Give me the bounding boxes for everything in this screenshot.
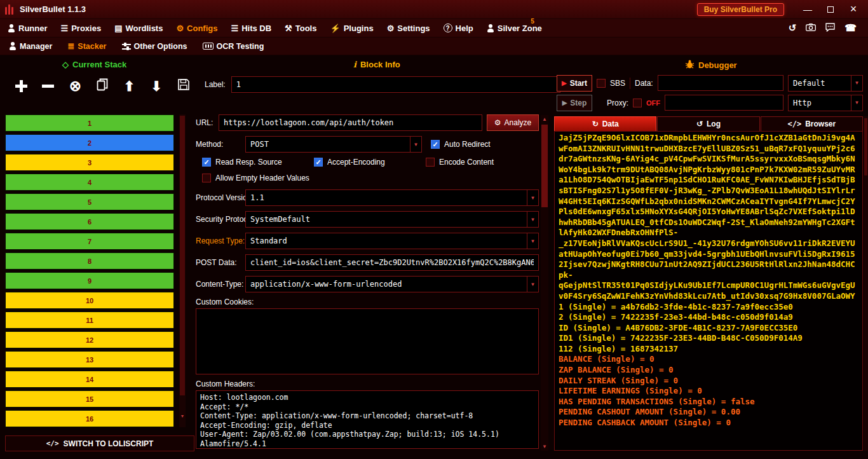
debug-variable-line: ID (Single) = A4B76DB2-3FDE-4B1C-8237-7A… xyxy=(559,323,858,334)
move-up-button[interactable]: ⬆ xyxy=(120,76,139,96)
debug-variable-line: 112 (Single) = 1687342137 xyxy=(559,344,858,355)
minimize-button[interactable]: — xyxy=(798,2,817,17)
help-icon: ? xyxy=(444,24,452,32)
tab-browser[interactable]: </> Browser xyxy=(761,116,863,131)
block-label-input[interactable] xyxy=(231,76,560,93)
menu-item-proxies[interactable]: ☰ Proxies xyxy=(61,24,102,33)
stack-block[interactable]: 5 xyxy=(5,193,174,210)
stack-block[interactable]: 13 xyxy=(5,351,174,368)
screenshot-camera-icon[interactable] xyxy=(806,24,816,33)
scroll-down-icon[interactable]: ▼ xyxy=(541,444,548,449)
menu-item-tools[interactable]: ⚒ Tools xyxy=(285,24,316,33)
stack-block[interactable]: 15 xyxy=(5,390,174,408)
chevron-down-icon: ▼ xyxy=(851,95,862,111)
accept-encoding-checkbox[interactable]: Accept-Encoding xyxy=(314,158,426,167)
stack-block[interactable]: 4 xyxy=(5,174,174,191)
stack-block[interactable]: 7 xyxy=(5,233,174,250)
separator xyxy=(630,78,630,89)
debugger-output-scrollbar[interactable] xyxy=(864,116,868,451)
menu-item-wordlists[interactable]: ▤ Wordlists xyxy=(114,24,163,33)
clear-stack-button[interactable]: ⊗ xyxy=(65,76,85,96)
move-down-button[interactable]: ⬇ xyxy=(147,76,166,96)
custom-headers-textarea[interactable]: Host: lootlagoon.com Accept: */* Content… xyxy=(196,390,539,449)
add-block-button[interactable] xyxy=(11,76,31,96)
proxy-checkbox[interactable] xyxy=(633,99,642,107)
floppy-icon xyxy=(177,78,190,93)
tab-data[interactable]: ↻ Data xyxy=(554,116,656,131)
content-type-dropdown[interactable]: application/x-www-form-urlencoded ▼ xyxy=(245,276,539,292)
remove-block-button[interactable] xyxy=(39,76,58,96)
scroll-down-icon[interactable]: ▼ xyxy=(179,414,186,418)
auto-redirect-checkbox[interactable]: Auto Redirect xyxy=(431,140,491,149)
proxy-type-dropdown[interactable]: Http ▼ xyxy=(788,95,863,111)
copy-icon xyxy=(97,78,108,93)
menu-item-plugins[interactable]: ⚡ Plugins xyxy=(330,24,373,33)
url-input[interactable] xyxy=(219,114,482,131)
menu-item-silver-zone[interactable]: 5 Silver Zone xyxy=(487,24,542,33)
stack-scrollbar[interactable]: ▼ xyxy=(179,114,186,427)
stack-block[interactable]: 14 xyxy=(5,371,174,388)
data-label: Data: xyxy=(635,79,653,88)
security-protocol-dropdown[interactable]: SystemDefault ▼ xyxy=(245,211,539,228)
runner-icon xyxy=(8,24,15,32)
scrollbar-thumb[interactable] xyxy=(864,118,867,175)
tab-log[interactable]: ↺ Log xyxy=(657,116,759,131)
stack-block[interactable]: 9 xyxy=(5,272,174,289)
stack-block[interactable]: 12 xyxy=(5,331,174,348)
phone-icon[interactable]: ☎ xyxy=(844,22,857,34)
custom-cookies-textarea[interactable] xyxy=(196,308,539,374)
method-label: Method: xyxy=(196,140,245,149)
scroll-up-icon[interactable]: ▲ xyxy=(541,116,548,122)
close-button[interactable]: × xyxy=(844,2,863,17)
stack-block[interactable]: 11 xyxy=(5,312,174,329)
menu-item-settings[interactable]: ⚙ Settings xyxy=(387,24,430,33)
subtab-other-options[interactable]: Other Options xyxy=(122,42,187,51)
maximize-button[interactable] xyxy=(821,2,840,17)
play-icon: ▶ xyxy=(562,99,567,106)
request-type-dropdown[interactable]: Standard ▼ xyxy=(245,233,539,249)
save-config-button[interactable] xyxy=(174,76,193,96)
step-button[interactable]: ▶ Step xyxy=(557,95,592,111)
allow-empty-header-values-checkbox[interactable]: Allow Empty Header Values xyxy=(202,174,314,182)
sbs-checkbox[interactable] xyxy=(597,79,606,88)
clone-block-button[interactable] xyxy=(93,76,112,96)
method-dropdown[interactable]: POST ▼ xyxy=(245,136,422,153)
protocol-version-dropdown[interactable]: 1.1 ▼ xyxy=(245,189,539,206)
menu-item-configs[interactable]: ⚙ Configs xyxy=(176,24,217,33)
menu-item-help[interactable]: ? Help xyxy=(444,24,473,33)
stack-block[interactable]: 6 xyxy=(5,213,174,230)
chat-icon[interactable] xyxy=(825,23,835,34)
refresh-icon: ↻ xyxy=(592,120,599,128)
menubar: Runner ☰ Proxies ▤ Wordlists ⚙ Configs ☰… xyxy=(0,19,868,38)
stack-block[interactable]: 8 xyxy=(5,252,174,270)
post-data-input[interactable] xyxy=(245,254,539,271)
debug-data-input[interactable] xyxy=(658,75,783,91)
subtab-stacker[interactable]: ≣ Stacker xyxy=(67,42,106,51)
app-logo-icon xyxy=(5,4,13,15)
history-icon[interactable]: ↺ xyxy=(789,22,797,34)
read-resp-source-checkbox[interactable]: Read Resp. Source xyxy=(202,158,314,167)
debugger-output[interactable]: JajZ5jPZqE9O6lxICOB71xDRmpbLEHWHYr0ncsAu… xyxy=(554,131,863,451)
proxy-input[interactable] xyxy=(665,95,783,111)
scrollbar-thumb[interactable] xyxy=(180,116,185,395)
buy-pro-button[interactable]: Buy SilverBullet Pro xyxy=(697,3,784,16)
analyze-button[interactable]: ⚙ Analyze xyxy=(487,114,539,131)
menu-item-runner[interactable]: Runner xyxy=(8,24,48,33)
hits-db-icon: ☰ xyxy=(231,24,238,32)
switch-to-loliscript-button[interactable]: </> SWITCH TO LOLISCRIPT xyxy=(5,435,194,451)
stack-block[interactable]: 2 xyxy=(5,134,174,151)
subtab-manager[interactable]: Manager xyxy=(9,42,52,51)
scrollbar-thumb[interactable] xyxy=(541,125,548,207)
block-info-scrollbar[interactable]: ▲ ▼ xyxy=(541,115,548,451)
stack-block[interactable]: 3 xyxy=(5,154,174,171)
bug-icon xyxy=(685,60,695,71)
stack-block[interactable]: 1 xyxy=(5,114,174,132)
start-button[interactable]: ▶ Start xyxy=(557,75,592,92)
encode-content-checkbox[interactable]: Encode Content xyxy=(426,158,538,167)
arrow-down-icon: ⬇ xyxy=(151,79,162,93)
menu-item-hits-db[interactable]: ☰ Hits DB xyxy=(231,24,271,33)
subtab-ocr-testing[interactable]: OCR Testing xyxy=(203,42,264,51)
wordlist-type-dropdown[interactable]: Default ▼ xyxy=(788,75,863,92)
stack-block[interactable]: 16 xyxy=(5,410,174,427)
stack-block[interactable]: 10 xyxy=(5,292,174,309)
